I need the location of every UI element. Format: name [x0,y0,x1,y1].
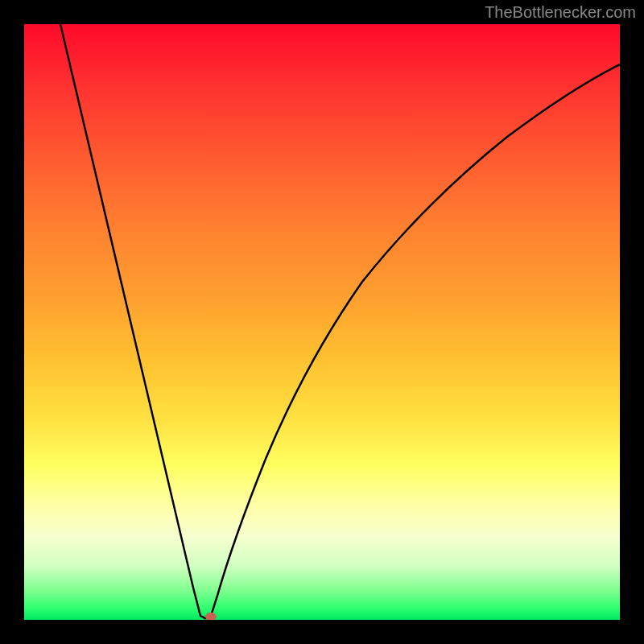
watermark-text: TheBottlenecker.com [485,3,636,22]
bottleneck-curve [60,24,620,618]
bottleneck-curve-svg [24,24,620,620]
optimal-point-marker [205,613,217,620]
